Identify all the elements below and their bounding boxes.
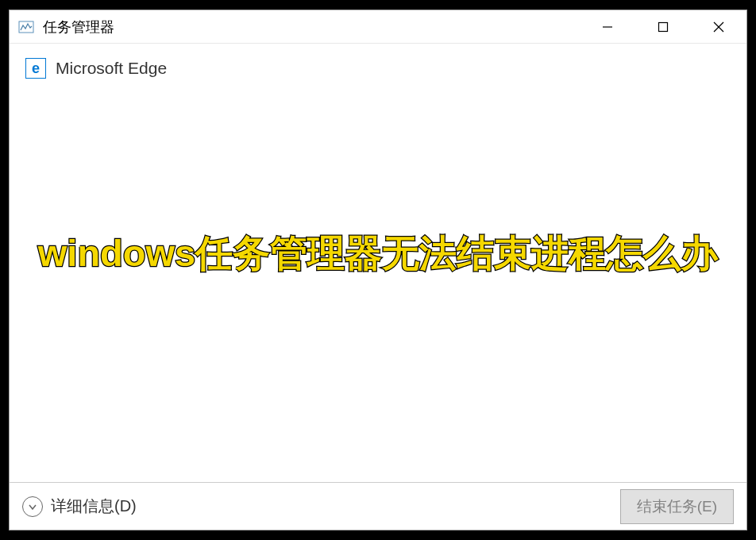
maximize-button[interactable] (635, 10, 691, 43)
svg-rect-2 (659, 22, 668, 31)
titlebar: 任务管理器 (10, 10, 746, 44)
window-title: 任务管理器 (43, 17, 580, 37)
overlay-caption: windows任务管理器无法结束进程怎么办 (10, 229, 746, 279)
details-toggle[interactable]: 详细信息(D) (22, 496, 137, 517)
chevron-down-icon (22, 496, 43, 517)
task-manager-window: 任务管理器 e Microsoft Edge windows任务管理器无法结束进… (9, 10, 747, 530)
minimize-button[interactable] (580, 10, 635, 43)
edge-icon: e (25, 58, 46, 79)
process-name: Microsoft Edge (56, 59, 167, 78)
task-manager-icon (17, 18, 35, 36)
window-controls (580, 10, 746, 43)
footer: 详细信息(D) 结束任务(E) (10, 482, 746, 530)
close-button[interactable] (691, 10, 746, 43)
process-item[interactable]: e Microsoft Edge (24, 55, 732, 82)
details-label: 详细信息(D) (51, 496, 137, 517)
end-task-button[interactable]: 结束任务(E) (620, 489, 734, 524)
